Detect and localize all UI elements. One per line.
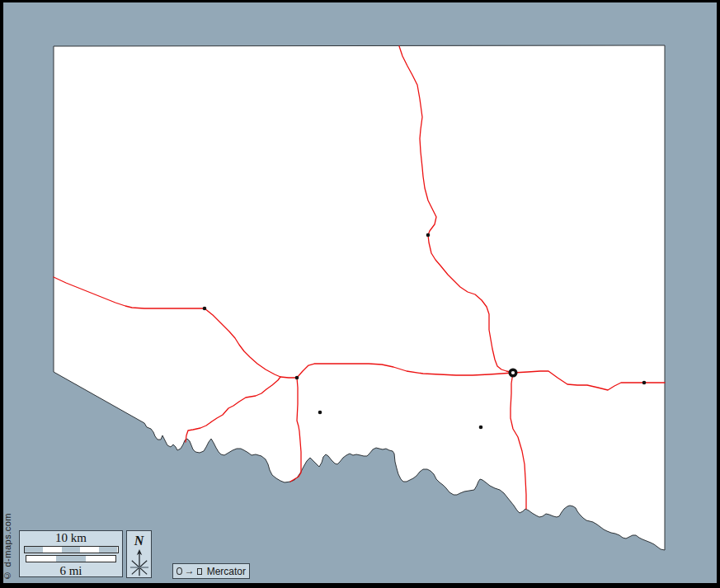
frame-border-bottom: [0, 583, 720, 588]
square-icon: [197, 568, 202, 575]
scale-km-bar: [24, 546, 119, 553]
scale-bar-segment: [43, 547, 62, 553]
scale-bar-segment: [56, 556, 86, 562]
region-shape: [54, 45, 665, 550]
scale-bar-segment: [26, 556, 56, 562]
scale-bar-segment: [62, 547, 81, 553]
scale-bar-segment: [80, 547, 99, 553]
town-dot: [479, 426, 483, 430]
north-box: N: [126, 530, 152, 578]
scale-mi-bar: [26, 555, 116, 562]
town-dot: [295, 376, 299, 380]
projection-box: → Mercator: [172, 563, 250, 579]
town-dot: [642, 381, 647, 385]
map-frame: © d-maps.com 10 km 6 mi N → Mercator: [0, 0, 720, 588]
frame-border-left: [0, 0, 3, 588]
map-canvas: [0, 0, 720, 588]
arrow-right-icon: →: [185, 566, 195, 576]
town-dot: [426, 233, 431, 238]
frame-border-top: [0, 0, 720, 2]
scale-bar-segment: [99, 547, 118, 553]
frame-border-right: [717, 0, 720, 588]
circle-icon: [176, 567, 182, 575]
copyright-text: © d-maps.com: [2, 513, 12, 581]
north-arrow-icon: [128, 548, 151, 577]
projection-label: Mercator: [207, 566, 246, 577]
county-seat-marker: [510, 369, 516, 376]
scale-bar-segment: [86, 556, 115, 562]
scale-box: 10 km 6 mi: [19, 530, 123, 577]
scale-km-label: 10 km: [20, 531, 122, 545]
scale-bar-segment: [25, 547, 44, 553]
scale-mi-label: 6 mi: [20, 564, 122, 578]
town-dot: [203, 307, 207, 311]
town-dot: [318, 411, 322, 415]
north-label: N: [134, 534, 144, 548]
